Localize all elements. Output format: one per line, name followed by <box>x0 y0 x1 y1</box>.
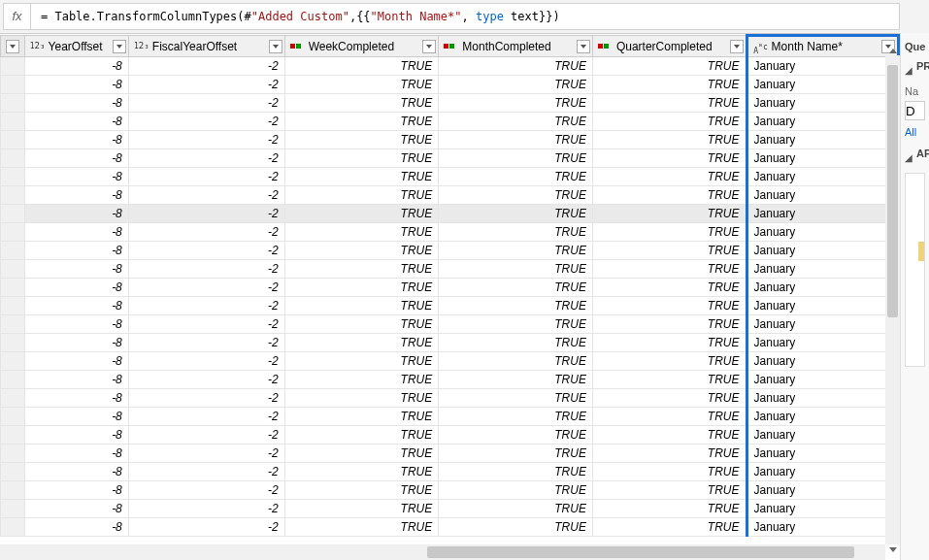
cell[interactable]: -2 <box>128 57 284 76</box>
cell[interactable]: -8 <box>24 279 128 297</box>
cell[interactable]: TRUE <box>439 500 593 518</box>
cell[interactable]: TRUE <box>592 57 747 76</box>
cell[interactable]: TRUE <box>439 57 593 76</box>
bool-type-icon[interactable] <box>598 39 614 53</box>
cell[interactable]: TRUE <box>439 168 593 186</box>
column-header-quartercompleted[interactable]: QuarterCompleted <box>592 36 747 57</box>
cell[interactable]: TRUE <box>284 408 439 426</box>
cell[interactable]: -2 <box>128 260 284 279</box>
cell[interactable]: TRUE <box>592 334 747 352</box>
cell[interactable]: -8 <box>24 408 128 426</box>
cell[interactable]: -2 <box>128 149 284 168</box>
text-type-icon[interactable] <box>753 40 769 54</box>
table-row[interactable]: -8-2TRUETRUETRUEJanuary <box>1 131 899 149</box>
cell[interactable]: January <box>747 334 898 352</box>
cell[interactable]: -2 <box>128 76 284 94</box>
cell[interactable]: TRUE <box>592 131 747 149</box>
num-type-icon[interactable] <box>30 39 46 53</box>
table-row[interactable]: -8-2TRUETRUETRUEJanuary <box>1 113 899 131</box>
cell[interactable]: TRUE <box>439 76 593 94</box>
cell[interactable]: -8 <box>24 315 128 334</box>
cell[interactable]: TRUE <box>439 445 593 463</box>
table-row[interactable]: -8-2TRUETRUETRUEJanuary <box>1 186 899 205</box>
cell[interactable]: -2 <box>128 279 284 297</box>
cell[interactable]: TRUE <box>284 279 439 297</box>
collapse-icon[interactable]: ◢ <box>905 65 912 76</box>
cell[interactable]: TRUE <box>439 518 593 537</box>
column-header-yearoffset[interactable]: YearOffset <box>24 36 128 57</box>
row-number-cell[interactable] <box>1 279 25 297</box>
cell[interactable]: TRUE <box>439 205 593 223</box>
cell[interactable]: January <box>747 352 898 371</box>
table-row[interactable]: -8-2TRUETRUETRUEJanuary <box>1 223 899 242</box>
cell[interactable]: January <box>747 315 898 334</box>
row-number-cell[interactable] <box>1 426 25 445</box>
cell[interactable]: TRUE <box>592 94 747 113</box>
row-number-cell[interactable] <box>1 168 25 186</box>
table-row[interactable]: -8-2TRUETRUETRUEJanuary <box>1 334 899 352</box>
cell[interactable]: -2 <box>128 500 284 518</box>
cell[interactable]: TRUE <box>592 315 747 334</box>
cell[interactable]: -8 <box>24 57 128 76</box>
row-number-cell[interactable] <box>1 518 25 537</box>
cell[interactable]: -2 <box>128 131 284 149</box>
cell[interactable]: -8 <box>24 389 128 408</box>
filter-dropdown-icon[interactable] <box>113 40 126 53</box>
vertical-scroll-thumb[interactable] <box>887 65 898 317</box>
cell[interactable]: TRUE <box>592 389 747 408</box>
row-number-cell[interactable] <box>1 408 25 426</box>
scroll-down-arrow-icon[interactable] <box>885 544 900 558</box>
cell[interactable]: -2 <box>128 113 284 131</box>
row-number-cell[interactable] <box>1 94 25 113</box>
cell[interactable]: TRUE <box>592 113 747 131</box>
cell[interactable]: TRUE <box>439 463 593 481</box>
cell[interactable]: TRUE <box>592 76 747 94</box>
table-row[interactable]: -8-2TRUETRUETRUEJanuary <box>1 242 899 260</box>
row-number-cell[interactable] <box>1 205 25 223</box>
column-header-month-name-[interactable]: Month Name* <box>747 36 898 57</box>
cell[interactable]: -8 <box>24 426 128 445</box>
row-number-cell[interactable] <box>1 500 25 518</box>
cell[interactable]: TRUE <box>284 297 439 315</box>
cell[interactable]: -8 <box>24 242 128 260</box>
cell[interactable]: TRUE <box>592 352 747 371</box>
row-number-cell[interactable] <box>1 223 25 242</box>
row-number-cell[interactable] <box>1 57 25 76</box>
cell[interactable]: TRUE <box>439 315 593 334</box>
row-number-cell[interactable] <box>1 371 25 389</box>
table-row[interactable]: -8-2TRUETRUETRUEJanuary <box>1 94 899 113</box>
table-row[interactable]: -8-2TRUETRUETRUEJanuary <box>1 149 899 168</box>
row-number-cell[interactable] <box>1 352 25 371</box>
cell[interactable]: -8 <box>24 168 128 186</box>
row-number-cell[interactable] <box>1 242 25 260</box>
cell[interactable]: -2 <box>128 168 284 186</box>
row-number-cell[interactable] <box>1 186 25 205</box>
cell[interactable]: -2 <box>128 334 284 352</box>
column-header-weekcompleted[interactable]: WeekCompleted <box>284 36 439 57</box>
horizontal-scrollbar[interactable] <box>0 544 885 560</box>
applied-steps-list[interactable] <box>905 173 925 367</box>
cell[interactable]: TRUE <box>439 94 593 113</box>
cell[interactable]: TRUE <box>284 149 439 168</box>
cell[interactable]: January <box>747 223 898 242</box>
cell[interactable]: TRUE <box>439 389 593 408</box>
cell[interactable]: January <box>747 279 898 297</box>
cell[interactable]: January <box>747 186 898 205</box>
cell[interactable]: -8 <box>24 131 128 149</box>
cell[interactable]: January <box>747 371 898 389</box>
cell[interactable]: -8 <box>24 518 128 537</box>
cell[interactable]: TRUE <box>284 463 439 481</box>
cell[interactable]: TRUE <box>592 518 747 537</box>
cell[interactable]: TRUE <box>284 131 439 149</box>
cell[interactable]: -2 <box>128 94 284 113</box>
cell[interactable]: TRUE <box>284 94 439 113</box>
table-row[interactable]: -8-2TRUETRUETRUEJanuary <box>1 500 899 518</box>
cell[interactable]: -8 <box>24 186 128 205</box>
cell[interactable]: TRUE <box>284 352 439 371</box>
row-number-cell[interactable] <box>1 149 25 168</box>
cell[interactable]: TRUE <box>284 481 439 500</box>
cell[interactable]: -2 <box>128 315 284 334</box>
num-type-icon[interactable] <box>134 39 149 53</box>
scroll-up-arrow-icon[interactable] <box>885 42 900 55</box>
row-number-cell[interactable] <box>1 463 25 481</box>
